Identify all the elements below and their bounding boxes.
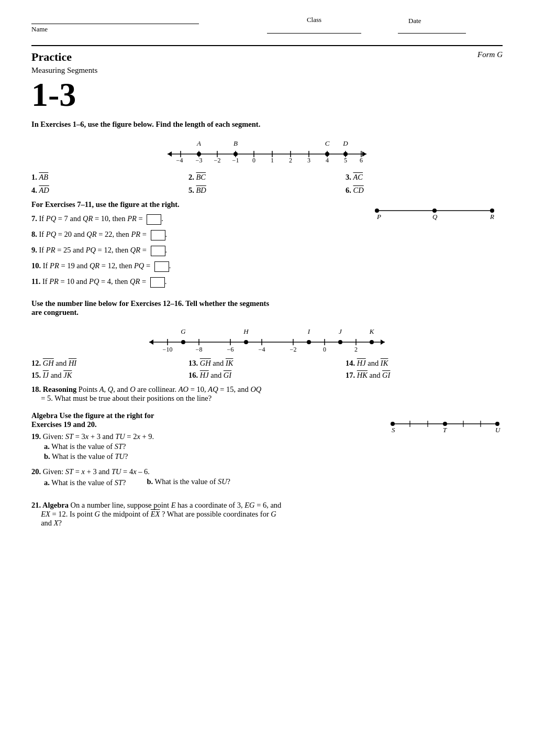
exercise-20a: a. What is the value of ST? bbox=[44, 478, 126, 487]
stu-figure: S T U bbox=[387, 411, 503, 436]
class-line bbox=[267, 25, 361, 34]
number-line-abcd-svg: −4 −3 −2 −1 0 1 2 3 4 bbox=[152, 134, 382, 166]
exercise-13: 13. GH and IK bbox=[188, 359, 346, 368]
svg-text:K: K bbox=[369, 327, 375, 335]
exercise-16: 16. HJ and GI bbox=[188, 371, 346, 380]
exercise-12: 12. GH and HI bbox=[31, 359, 188, 368]
svg-text:5: 5 bbox=[344, 157, 347, 164]
name-label: Name bbox=[31, 25, 230, 34]
exercise-2: 2. BC bbox=[188, 173, 346, 182]
pqr-svg: P Q R bbox=[372, 200, 497, 221]
exercise-20: 20. Given: ST = x + 3 and TU = 4x – 6. a… bbox=[31, 467, 377, 487]
section2: For Exercises 7–11, use the figure at th… bbox=[31, 200, 503, 293]
svg-text:−10: −10 bbox=[163, 346, 173, 353]
exercise-11: 11. If PR = 10 and PQ = 4, then QR = . bbox=[31, 277, 361, 288]
answer-box-7[interactable] bbox=[147, 214, 161, 225]
exercise-21: 21. Algebra On a number line, suppose po… bbox=[31, 501, 503, 528]
answer-box-11[interactable] bbox=[150, 277, 165, 288]
svg-text:0: 0 bbox=[252, 157, 255, 164]
exercise-19a: a. What is the value of ST? bbox=[44, 442, 377, 451]
svg-point-70 bbox=[495, 422, 499, 426]
exercise-6: 6. CD bbox=[346, 186, 503, 195]
number-line-abcd: −4 −3 −2 −1 0 1 2 3 4 bbox=[31, 134, 503, 166]
date-label: Date bbox=[408, 17, 421, 25]
svg-text:I: I bbox=[307, 327, 310, 335]
exercise-14: 14. HJ and IK bbox=[346, 359, 503, 368]
svg-text:D: D bbox=[342, 139, 348, 147]
svg-text:B: B bbox=[233, 139, 238, 147]
svg-point-57 bbox=[181, 340, 185, 344]
class-label: Class bbox=[307, 16, 321, 24]
svg-text:S: S bbox=[392, 426, 395, 434]
algebra-instruction: Algebra Use the figure at the right forE… bbox=[31, 411, 377, 429]
svg-text:−6: −6 bbox=[227, 346, 234, 353]
exercise-17: 17. HK and GI bbox=[346, 371, 503, 380]
number-line-ghijk: −10 −8 −6 −4 −2 0 2 G H I J bbox=[31, 322, 503, 354]
svg-text:−2: −2 bbox=[290, 346, 297, 353]
svg-marker-2 bbox=[362, 151, 366, 157]
section1-instruction: In Exercises 1–6, use the figure below. … bbox=[31, 120, 503, 129]
svg-text:H: H bbox=[243, 327, 249, 335]
answer-box-10[interactable] bbox=[154, 261, 169, 272]
section2-exercises: For Exercises 7–11, use the figure at th… bbox=[31, 200, 361, 293]
algebra-left: Algebra Use the figure at the right forE… bbox=[31, 411, 377, 494]
svg-text:P: P bbox=[376, 213, 381, 221]
exercise-20b: b. What is the value of SU? bbox=[147, 477, 230, 487]
svg-point-36 bbox=[490, 209, 494, 213]
practice-title: Practice bbox=[31, 50, 72, 64]
svg-text:J: J bbox=[339, 327, 342, 335]
svg-point-61 bbox=[307, 340, 311, 344]
svg-point-69 bbox=[443, 422, 447, 426]
exercise-1: 1. AB bbox=[31, 173, 188, 182]
exercise-3: 3. AC bbox=[346, 173, 503, 182]
lesson-number: 1-3 bbox=[31, 78, 503, 112]
subtitle: Measuring Segments bbox=[31, 66, 503, 75]
svg-text:−2: −2 bbox=[214, 157, 221, 164]
svg-text:4: 4 bbox=[326, 157, 329, 164]
svg-text:U: U bbox=[495, 426, 501, 434]
svg-point-35 bbox=[432, 209, 437, 213]
exercise-19: 19. Given: ST = 3x + 3 and TU = 2x + 9. … bbox=[31, 432, 377, 461]
svg-marker-42 bbox=[381, 339, 385, 345]
svg-text:3: 3 bbox=[307, 157, 310, 164]
exercises-12-17: 12. GH and HI 13. GH and IK 14. HJ and I… bbox=[31, 359, 503, 380]
practice-section: Practice Form G Measuring Segments 1-3 bbox=[31, 45, 503, 112]
exercise-18: 18. Reasoning Points A, Q, and O are col… bbox=[31, 385, 503, 403]
svg-point-34 bbox=[375, 209, 379, 213]
svg-text:R: R bbox=[490, 213, 494, 221]
section3: Use the number line below for Exercises … bbox=[31, 299, 503, 380]
exercise-7: 7. If PQ = 7 and QR = 10, then PR = . bbox=[31, 214, 361, 225]
exercise-19b: b. What is the value of TU? bbox=[44, 452, 377, 461]
svg-text:C: C bbox=[325, 139, 330, 147]
svg-text:−4: −4 bbox=[259, 346, 265, 353]
answer-box-8[interactable] bbox=[151, 230, 165, 240]
svg-text:1: 1 bbox=[271, 157, 274, 164]
exercise-9: 9. If PR = 25 and PQ = 12, then QR = . bbox=[31, 246, 361, 256]
exercise-10: 10. If PR = 19 and QR = 12, then PQ = . bbox=[31, 261, 361, 272]
svg-marker-41 bbox=[149, 339, 153, 345]
section3-instruction: Use the number line below for Exercises … bbox=[31, 299, 503, 317]
svg-point-68 bbox=[391, 422, 395, 426]
svg-text:−8: −8 bbox=[196, 346, 203, 353]
section2-instruction: For Exercises 7–11, use the figure at th… bbox=[31, 200, 361, 209]
svg-text:0: 0 bbox=[323, 346, 326, 353]
svg-point-25 bbox=[197, 152, 201, 156]
answer-box-9[interactable] bbox=[151, 246, 165, 256]
ghijk-svg: −10 −8 −6 −4 −2 0 2 G H I J bbox=[136, 322, 398, 354]
svg-point-63 bbox=[338, 340, 342, 344]
svg-text:A: A bbox=[196, 139, 201, 147]
exercise-5: 5. BD bbox=[188, 186, 346, 195]
exercise-15: 15. IJ and JK bbox=[31, 371, 188, 380]
svg-marker-1 bbox=[168, 151, 172, 157]
svg-text:T: T bbox=[443, 426, 447, 434]
section1: In Exercises 1–6, use the figure below. … bbox=[31, 120, 503, 195]
exercise-4: 4. AD bbox=[31, 186, 188, 195]
svg-point-59 bbox=[244, 340, 248, 344]
svg-point-65 bbox=[370, 340, 374, 344]
svg-text:Q: Q bbox=[432, 213, 438, 221]
svg-text:2: 2 bbox=[289, 157, 292, 164]
svg-point-31 bbox=[343, 152, 348, 156]
svg-text:−3: −3 bbox=[196, 157, 203, 164]
form-label: Form G bbox=[477, 50, 503, 59]
stu-svg: S T U bbox=[387, 413, 503, 434]
